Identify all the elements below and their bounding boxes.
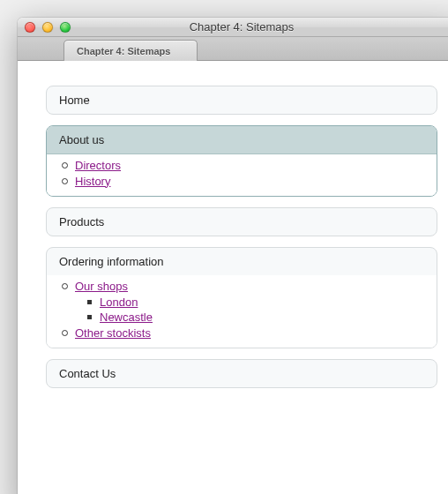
minimize-icon[interactable]: [42, 22, 53, 33]
list-item: Directors: [75, 158, 424, 174]
list-item: Our shops London Newcastle: [75, 279, 424, 326]
titlebar[interactable]: Chapter 4: Sitemaps: [18, 18, 448, 37]
link-our-shops[interactable]: Our shops: [75, 280, 128, 293]
sitemap-item-contact[interactable]: Contact Us: [46, 359, 437, 388]
close-icon[interactable]: [25, 22, 35, 33]
link-other-stockists[interactable]: Other stockists: [75, 326, 151, 340]
list-item: London: [100, 295, 424, 311]
page-content: Home About us Directors History Products…: [18, 61, 448, 494]
link-history[interactable]: History: [75, 175, 110, 188]
browser-tab[interactable]: Chapter 4: Sitemaps: [63, 40, 198, 61]
link-london[interactable]: London: [100, 296, 138, 309]
sitemap-label: Products: [47, 208, 437, 236]
tab-bar: Chapter 4: Sitemaps +: [18, 37, 448, 61]
sitemap-item-home[interactable]: Home: [46, 86, 437, 115]
browser-window: Chapter 4: Sitemaps Chapter 4: Sitemaps …: [18, 18, 448, 494]
sitemap-label: Ordering information: [47, 248, 437, 275]
tab-label: Chapter 4: Sitemaps: [77, 46, 170, 56]
sitemap-label: Contact Us: [47, 360, 437, 387]
sitemap-item-products[interactable]: Products: [46, 207, 437, 236]
sitemap-children: Our shops London Newcastle Other stockis…: [47, 275, 437, 348]
list-item: Newcastle: [100, 310, 424, 326]
sitemap-children: Directors History: [47, 154, 437, 196]
sitemap-item-about[interactable]: About us Directors History: [46, 125, 437, 197]
sitemap-item-ordering[interactable]: Ordering information Our shops London Ne…: [46, 247, 437, 348]
traffic-lights: [25, 22, 71, 33]
sitemap-label: About us: [47, 126, 437, 154]
list-item: Other stockists: [75, 326, 424, 341]
link-newcastle[interactable]: Newcastle: [100, 311, 153, 324]
zoom-icon[interactable]: [60, 22, 71, 33]
link-directors[interactable]: Directors: [75, 159, 121, 172]
window-title: Chapter 4: Sitemaps: [25, 20, 448, 34]
list-item: History: [75, 174, 424, 190]
sitemap-label: Home: [47, 86, 437, 114]
